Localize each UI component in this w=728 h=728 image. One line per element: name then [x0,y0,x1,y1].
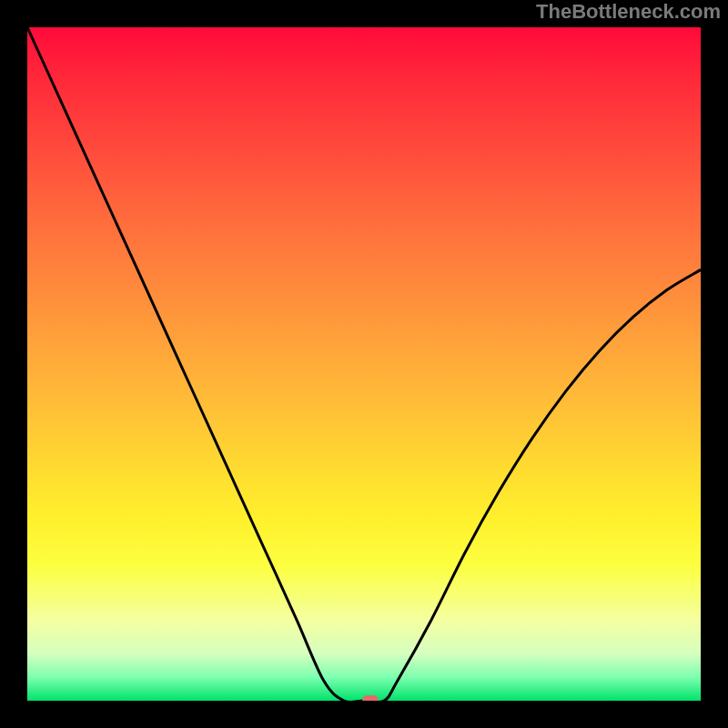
watermark-text: TheBottleneck.com [536,0,721,24]
chart-stage: TheBottleneck.com [0,0,728,728]
plot-area [27,27,701,701]
optimum-marker [362,695,379,701]
bottleneck-curve [27,27,701,701]
